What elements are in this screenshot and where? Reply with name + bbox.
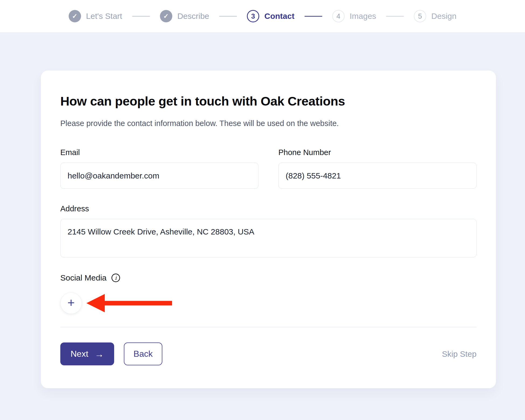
step-label: Images [350, 12, 376, 21]
next-button-label: Next [71, 349, 88, 359]
svg-text:i: i [115, 275, 117, 281]
phone-input[interactable] [278, 163, 477, 189]
page-body: How can people get in touch with Oak Cre… [0, 33, 525, 388]
step-connector [132, 16, 150, 17]
check-icon: ✓ [160, 10, 172, 22]
phone-label: Phone Number [278, 148, 477, 157]
step-design[interactable]: 5 Design [414, 10, 456, 22]
phone-field-group: Phone Number [278, 148, 477, 189]
email-field-group: Email [60, 148, 258, 189]
page-subtitle: Please provide the contact information b… [60, 118, 477, 128]
email-input[interactable] [60, 163, 258, 189]
social-media-add-row: + [60, 292, 477, 314]
step-connector [219, 16, 237, 17]
info-icon[interactable]: i [111, 273, 120, 282]
step-label: Design [431, 12, 456, 21]
step-lets-start[interactable]: ✓ Let's Start [69, 10, 122, 22]
arrow-right-icon: → [95, 349, 104, 359]
next-button[interactable]: Next → [60, 342, 114, 365]
step-images[interactable]: 4 Images [332, 10, 376, 22]
step-label: Contact [264, 12, 295, 21]
skip-step-link[interactable]: Skip Step [442, 349, 477, 359]
step-connector [386, 16, 404, 17]
social-media-label: Social Media [60, 273, 107, 283]
annotation-arrow [86, 294, 172, 313]
back-button[interactable]: Back [124, 342, 162, 365]
address-textarea[interactable]: 2145 Willow Creek Drive, Asheville, NC 2… [60, 219, 477, 257]
step-number: 5 [414, 10, 426, 22]
page-title: How can people get in touch with Oak Cre… [60, 94, 477, 109]
step-describe[interactable]: ✓ Describe [160, 10, 209, 22]
footer-divider [60, 327, 477, 327]
step-number: 4 [332, 10, 345, 22]
social-media-label-row: Social Media i [60, 273, 477, 283]
address-label: Address [60, 204, 477, 214]
add-social-media-button[interactable]: + [60, 292, 82, 314]
address-field-group: Address 2145 Willow Creek Drive, Ashevil… [60, 204, 477, 257]
wizard-stepper: ✓ Let's Start ✓ Describe 3 Contact 4 Ima… [69, 10, 457, 22]
check-icon: ✓ [69, 10, 81, 22]
step-label: Let's Start [86, 12, 122, 21]
email-phone-row: Email Phone Number [60, 148, 477, 189]
wizard-header: ✓ Let's Start ✓ Describe 3 Contact 4 Ima… [0, 0, 525, 33]
step-connector [304, 16, 322, 17]
step-label: Describe [177, 12, 209, 21]
contact-step-card: How can people get in touch with Oak Cre… [41, 71, 496, 388]
actions-row: Next → Back Skip Step [60, 342, 477, 365]
step-number: 3 [247, 10, 259, 22]
step-contact[interactable]: 3 Contact [247, 10, 295, 22]
email-label: Email [60, 148, 258, 157]
